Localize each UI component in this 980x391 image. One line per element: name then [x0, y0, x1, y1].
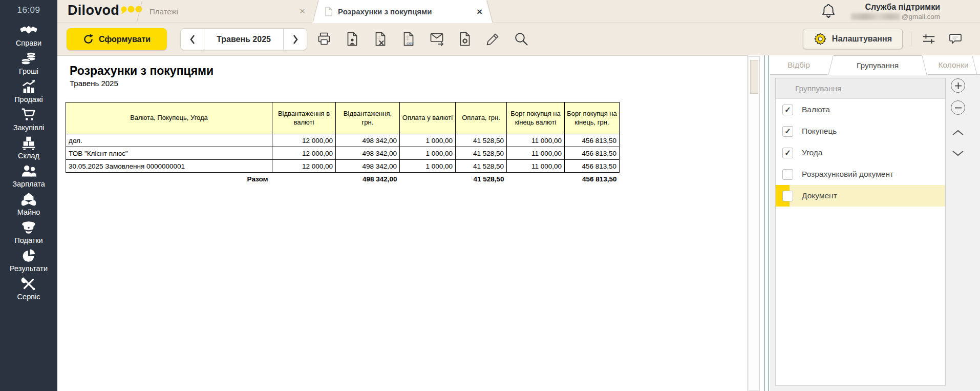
panel-tab-vidbir[interactable]: Відбір	[770, 55, 827, 75]
value-cell[interactable]: 498 342,00	[336, 147, 400, 160]
grouping-item-label: Розрахунковий документ	[802, 170, 893, 179]
period-navigator: Травень 2025	[180, 28, 307, 50]
table-row[interactable]: ТОВ "Клієнт плюс" 12 000,00 498 342,00 1…	[66, 147, 620, 160]
user-account[interactable]: Служба підтримки @gmail.com	[851, 2, 940, 21]
sidebar-item-label: Результати	[10, 264, 48, 273]
close-icon[interactable]: ×	[477, 6, 482, 17]
value-cell[interactable]: 1 000,00	[400, 134, 456, 147]
move-down-button[interactable]	[950, 148, 966, 158]
tab-rozrakhunky-z-pokuptsiamy[interactable]: Розрахунки з покупцями ×	[312, 0, 493, 23]
grouping-item-rozrakhunkovyi-dokument[interactable]: Розрахунковий документ	[776, 163, 945, 185]
panel-tab-kolonky[interactable]: Колонки	[928, 55, 979, 75]
check-icon: ✓	[784, 105, 791, 114]
export-excel-button[interactable]	[371, 29, 390, 49]
grouping-item-dokument[interactable]: Документ	[776, 185, 945, 207]
sidebar-item-label: Склад	[18, 152, 39, 160]
settings-button[interactable]: Налаштування	[803, 29, 903, 49]
grouping-item-pokupets[interactable]: ✓ Покупець	[776, 120, 945, 142]
value-cell[interactable]: 11 000,00	[507, 160, 565, 173]
export-csv-button[interactable]: CSV	[399, 29, 418, 49]
document-csv-icon: CSV	[401, 31, 416, 47]
tools-icon	[20, 276, 37, 292]
value-cell[interactable]: 1 000,00	[400, 160, 456, 173]
group-cell[interactable]: 30.05.2025 Замовлення 0000000001	[66, 160, 272, 173]
checkbox[interactable]	[782, 191, 793, 201]
chevron-right-icon	[292, 34, 299, 45]
value-cell[interactable]: 456 813,50	[565, 160, 620, 173]
handshake-icon	[20, 23, 37, 38]
table-row[interactable]: дол. 12 000,00 498 342,00 1 000,00 41 52…	[66, 134, 620, 147]
notifications-bell-icon[interactable]	[820, 3, 837, 19]
total-label: Разом	[66, 173, 272, 186]
content-scrollbar[interactable]	[749, 56, 760, 391]
value-cell[interactable]: 456 813,50	[565, 134, 620, 147]
group-cell[interactable]: дол.	[66, 134, 272, 147]
print-button[interactable]	[314, 29, 334, 49]
send-email-button[interactable]	[427, 29, 446, 49]
value-cell[interactable]: 456 813,50	[565, 147, 620, 160]
sidebar-item-sklad[interactable]: Склад	[0, 135, 57, 163]
value-cell[interactable]: 498 342,00	[336, 134, 400, 147]
sidebar-item-servis[interactable]: Сервіс	[0, 276, 57, 304]
value-cell[interactable]: 41 528,50	[456, 147, 507, 160]
sidebar-item-podatky[interactable]: Податки	[0, 220, 57, 248]
dilovod-logo[interactable]: Dilovod	[68, 3, 146, 18]
sidebar-item-hroshi[interactable]: Гроші	[0, 51, 57, 79]
grouping-item-label: Валюта	[802, 105, 830, 114]
settings-panel: Відбір Групування Колонки Группування ✓ …	[770, 55, 980, 391]
value-cell[interactable]: 1 000,00	[400, 147, 456, 160]
document-person-icon	[345, 31, 360, 47]
period-label[interactable]: Травень 2025	[204, 29, 283, 50]
sidebar-item-prodazhi[interactable]: Продажі	[0, 79, 57, 107]
period-next-button[interactable]	[283, 29, 307, 50]
topbar: Dilovod Платежі × Розрахунки з покупцями…	[57, 0, 980, 23]
move-up-button[interactable]	[950, 128, 966, 138]
value-cell[interactable]: 11 000,00	[507, 147, 565, 160]
grouping-item-uhoda[interactable]: ✓ Угода	[776, 142, 945, 163]
report-area: Розрахунки з покупцями Травень 2025 Валю…	[57, 55, 748, 391]
grouping-item-label: Покупець	[802, 127, 837, 136]
grouping-item-valiuta[interactable]: ✓ Валюта	[776, 99, 945, 120]
value-cell[interactable]: 41 528,50	[456, 160, 507, 173]
sidebar-item-rezultaty[interactable]: Результати	[0, 248, 57, 276]
scrollbar-thumb[interactable]	[750, 60, 758, 94]
comments-button[interactable]	[946, 29, 965, 49]
group-cell[interactable]: ТОВ "Клієнт плюс"	[66, 147, 272, 160]
value-cell[interactable]: 12 000,00	[272, 134, 336, 147]
sidebar-item-label: Сервіс	[17, 293, 40, 301]
value-cell[interactable]: 12 000,00	[272, 160, 336, 173]
checkbox[interactable]	[782, 169, 793, 180]
add-grouping-button[interactable]	[951, 78, 965, 93]
view-tune-button[interactable]	[920, 29, 938, 49]
checkbox[interactable]: ✓	[782, 126, 793, 137]
checkbox[interactable]: ✓	[782, 148, 793, 158]
edit-button[interactable]	[483, 29, 503, 49]
sidebar-item-zarplata[interactable]: Зарплата	[0, 163, 57, 192]
checkbox[interactable]: ✓	[782, 105, 793, 115]
svg-text:CSV: CSV	[407, 42, 414, 46]
value-cell[interactable]: 498 342,00	[336, 160, 400, 173]
sidebar-item-zakupivli[interactable]: Закупівлі	[0, 107, 57, 135]
table-row[interactable]: 30.05.2025 Замовлення 0000000001 12 000,…	[66, 160, 620, 173]
tab-platezhi[interactable]: Платежі ×	[138, 0, 312, 23]
grouping-list: Группування ✓ Валюта ✓ Покупець ✓ Угода …	[775, 78, 946, 386]
toolbar-right: Налаштування	[803, 23, 965, 55]
value-cell[interactable]: 41 528,50	[456, 134, 507, 147]
panel-splitter[interactable]	[764, 55, 769, 391]
report-settings-button[interactable]	[455, 29, 475, 49]
remove-grouping-button[interactable]	[951, 100, 965, 115]
printer-icon	[316, 31, 332, 47]
sidebar-item-spravy[interactable]: Справи	[0, 23, 57, 51]
sidebar-item-label: Гроші	[19, 67, 38, 75]
panel-tab-hrupuvannia[interactable]: Групування	[827, 55, 928, 75]
period-prev-button[interactable]	[181, 29, 204, 50]
sidebar-item-maino[interactable]: Майно	[0, 192, 57, 220]
generate-button[interactable]: Сформувати	[67, 28, 167, 50]
minus-icon	[955, 105, 962, 111]
value-cell[interactable]: 12 000,00	[272, 147, 336, 160]
value-cell[interactable]: 11 000,00	[507, 134, 565, 147]
export-pdf-button[interactable]	[343, 29, 362, 49]
search-button[interactable]	[512, 29, 531, 49]
sidebar-item-label: Закупівлі	[13, 124, 45, 132]
close-icon[interactable]: ×	[300, 6, 305, 17]
